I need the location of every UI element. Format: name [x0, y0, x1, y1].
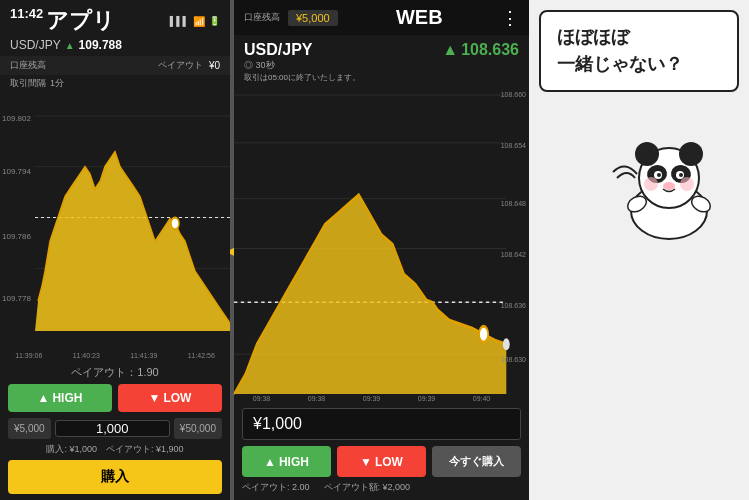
svg-point-29 — [644, 177, 658, 191]
web-btn-high[interactable]: ▲ HIGH — [242, 446, 331, 477]
web-pair-price: ▲ 108.636 — [442, 41, 519, 59]
web-x-5: 09:40 — [473, 395, 491, 402]
svg-point-30 — [680, 177, 694, 191]
web-title: WEB — [338, 6, 501, 29]
speech-line1: ほぼほぼ — [557, 27, 629, 47]
btn-low[interactable]: ▼ LOW — [118, 384, 222, 412]
more-options-icon[interactable]: ⋮ — [501, 7, 519, 29]
pair-row: USD/JPY ▲ 109.788 — [10, 38, 220, 52]
web-chart: 108.660 108.654 108.648 108.642 108.636 … — [234, 85, 529, 404]
app-chart: 109.802 109.794 109.786 109.778 11:39:06… — [0, 92, 230, 361]
buy-button[interactable]: 購入 — [8, 460, 222, 494]
account-label: 口座残高 — [10, 59, 46, 72]
web-payout-label: ペイアウト: 2.00 — [242, 481, 310, 494]
svg-point-28 — [663, 182, 675, 190]
web-btn-low[interactable]: ▼ LOW — [337, 446, 426, 477]
pair-label: USD/JPY — [10, 38, 61, 52]
app-panel: 11:42 アプリ ▌▌▌ 📶 🔋 USD/JPY ▲ 109.788 口座残高… — [0, 0, 230, 500]
signal-icon: ▌▌▌ — [170, 16, 189, 26]
amount-input-wrap — [55, 420, 170, 437]
svg-point-16 — [479, 326, 488, 342]
panda-illustration — [599, 106, 739, 246]
web-y-label-2: 108.654 — [501, 142, 526, 149]
web-pair-row: USD/JPY ◎ 30秒 取引は05:00に終了いたします。 ▲ 108.63… — [234, 35, 529, 85]
svg-marker-15 — [234, 195, 506, 394]
app-info-row: 口座残高 ペイアウト ¥0 — [0, 56, 230, 75]
web-balance-label: 口座残高 — [244, 11, 280, 24]
interval-label: 取引間隔 — [10, 77, 46, 90]
payout-val: ¥0 — [209, 60, 220, 71]
web-btn-low-label: LOW — [375, 455, 403, 469]
interval-row: 取引間隔 1分 — [0, 75, 230, 92]
app-header: 11:42 アプリ ▌▌▌ 📶 🔋 USD/JPY ▲ 109.788 — [0, 0, 230, 56]
web-hl-row: ▲ HIGH ▼ LOW 今すぐ購入 — [242, 446, 521, 477]
web-bottom: ¥1,000 ▲ HIGH ▼ LOW 今すぐ購入 ペイアウト: 2.00 ペイ… — [234, 404, 529, 500]
payout-display: ペイアウト：1.90 — [8, 365, 222, 380]
speech-text: ほぼほぼ 一緒じゃない？ — [557, 24, 721, 78]
svg-point-20 — [635, 142, 659, 166]
speech-line2: 一緒じゃない？ — [557, 54, 683, 74]
pair-price: 109.788 — [79, 38, 122, 52]
amount-input[interactable] — [82, 421, 142, 436]
web-buy-button[interactable]: 今すぐ購入 — [432, 446, 521, 477]
battery-icon: 🔋 — [209, 16, 220, 26]
web-pair-name: USD/JPY — [244, 41, 360, 59]
right-panel: ほぼほぼ 一緒じゃない？ — [529, 0, 749, 500]
web-pair-time: ◎ 30秒 — [244, 59, 275, 72]
web-pair-note: 取引は05:00に終了いたします。 — [244, 72, 360, 83]
web-amount-display: ¥1,000 — [242, 408, 521, 440]
web-payout-balance: ペイアウト額: ¥2,000 — [324, 481, 411, 494]
web-amount-row: ¥1,000 — [242, 408, 521, 440]
panda-wrap — [539, 106, 739, 246]
web-high-arrow-icon: ▲ — [264, 455, 276, 469]
app-time: 11:42 — [10, 6, 43, 21]
app-chart-svg — [0, 92, 230, 361]
panda-svg — [599, 106, 739, 246]
web-y-label-4: 108.642 — [501, 251, 526, 258]
web-x-labels: 09:38 09:38 09:39 09:39 09:40 — [234, 395, 509, 402]
speech-bubble: ほぼほぼ 一緒じゃない？ — [539, 10, 739, 92]
payout-section: ペイアウト ¥0 — [158, 59, 220, 72]
web-low-arrow-icon: ▼ — [360, 455, 372, 469]
web-x-3: 09:39 — [363, 395, 381, 402]
web-x-1: 09:38 — [253, 395, 271, 402]
web-header: 口座残高 ¥5,000 WEB ⋮ — [234, 0, 529, 35]
x-label-1: 11:39:06 — [15, 352, 42, 359]
svg-marker-6 — [35, 152, 230, 331]
low-arrow-icon: ▼ — [149, 391, 161, 405]
x-label-2: 11:40:23 — [73, 352, 100, 359]
btn-high[interactable]: ▲ HIGH — [8, 384, 112, 412]
y-label-1: 109.802 — [2, 114, 31, 123]
hl-buttons: ▲ HIGH ▼ LOW — [8, 384, 222, 412]
y-label-3: 109.786 — [2, 232, 31, 241]
interval-val: 1分 — [50, 77, 64, 90]
app-title: アプリ — [46, 6, 115, 36]
svg-point-27 — [679, 173, 683, 177]
web-balance-row: 口座残高 ¥5,000 — [244, 10, 338, 26]
buy-info: 購入: ¥1,000 ペイアウト: ¥1,900 — [8, 443, 222, 456]
payout-label: ペイアウト — [158, 59, 203, 72]
web-x-4: 09:39 — [418, 395, 436, 402]
x-label-3: 11:41:39 — [130, 352, 157, 359]
svg-point-17 — [503, 338, 510, 350]
x-label-4: 11:42:56 — [188, 352, 215, 359]
amount-row: ¥5,000 ¥50,000 — [8, 418, 222, 439]
web-panel: 口座残高 ¥5,000 WEB ⋮ USD/JPY ◎ 30秒 取引は05:00… — [234, 0, 529, 500]
svg-point-26 — [657, 173, 661, 177]
svg-point-7 — [171, 218, 179, 230]
web-payout-row: ペイアウト: 2.00 ペイアウト額: ¥2,000 — [242, 481, 521, 494]
btn-low-label: LOW — [163, 391, 191, 405]
web-y-label-1: 108.660 — [501, 91, 526, 98]
amount-left-btn[interactable]: ¥5,000 — [8, 418, 51, 439]
price-arrow-icon: ▲ — [65, 40, 75, 51]
web-y-label-3: 108.648 — [501, 200, 526, 207]
amount-right-btn[interactable]: ¥50,000 — [174, 418, 222, 439]
y-label-2: 109.794 — [2, 167, 31, 176]
web-price-arrow-icon: ▲ — [442, 41, 458, 59]
app-title-row: 11:42 アプリ ▌▌▌ 📶 🔋 — [10, 6, 220, 36]
web-y-label-5: 108.636 — [501, 302, 526, 309]
app-bottom: ペイアウト：1.90 ▲ HIGH ▼ LOW ¥5,000 ¥50,000 購… — [0, 361, 230, 500]
web-pair-info: USD/JPY ◎ 30秒 取引は05:00に終了いたします。 — [244, 41, 360, 83]
app-x-labels: 11:39:06 11:40:23 11:41:39 11:42:56 — [0, 352, 230, 359]
btn-high-label: HIGH — [52, 391, 82, 405]
